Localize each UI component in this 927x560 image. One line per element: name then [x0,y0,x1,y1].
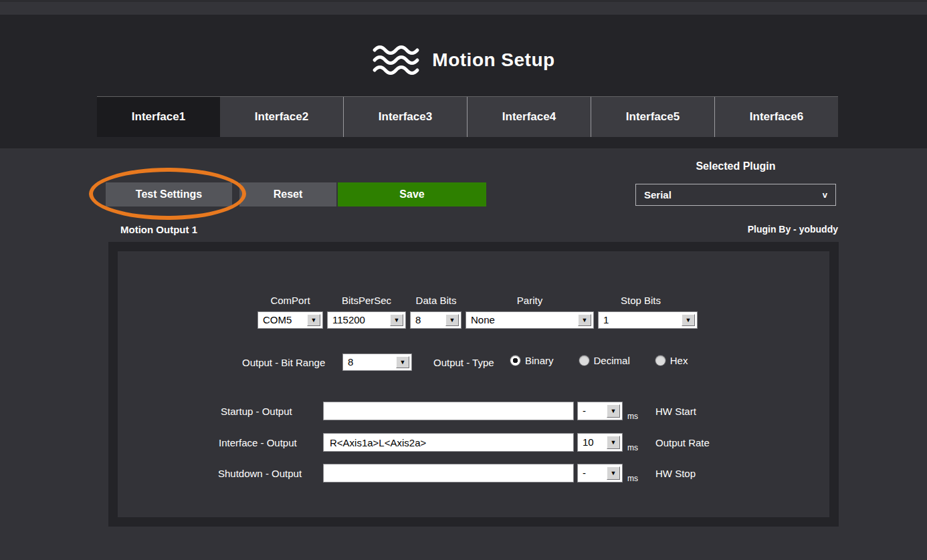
startup-output-label: Startup - Output [221,406,292,417]
shutdown-rate-value: - [583,464,605,482]
interface-rate-select[interactable]: 10 ▼ [577,433,623,452]
reset-button[interactable]: Reset [239,182,336,206]
decimal-radio[interactable] [579,356,589,366]
shutdown-output-input[interactable] [323,464,574,482]
decimal-radio-label: Decimal [594,355,630,366]
binary-radio-label: Binary [525,355,554,366]
bit-range-select[interactable]: 8 ▼ [342,354,412,371]
dropdown-arrow-icon[interactable]: ▼ [607,436,620,449]
startup-rate-value: - [583,402,605,420]
binary-radio[interactable] [510,356,520,366]
parity-select[interactable]: None ▼ [466,311,594,329]
bitspersec-label: BitsPerSec [342,295,391,306]
shutdown-output-label: Shutdown - Output [218,468,302,479]
hex-radio-label: Hex [670,355,688,366]
tab-interface1[interactable]: Interface1 [97,97,220,137]
stopbits-select[interactable]: 1 ▼ [598,311,698,329]
shutdown-ms-label: ms [627,474,638,483]
stopbits-label: Stop Bits [621,295,661,306]
page-title: Motion Setup [432,49,554,71]
plugin-select-value: Serial [644,189,672,200]
bitspersec-value: 115200 [332,312,388,328]
hw-start-label: HW Start [655,406,696,417]
bitspersec-select[interactable]: 115200 ▼ [327,311,406,329]
tab-interface6[interactable]: Interface6 [714,97,838,137]
parity-value: None [471,312,576,328]
interface-ms-label: ms [627,443,638,452]
motion-output-title: Motion Output 1 [120,224,197,235]
chevron-down-icon: v [823,190,827,200]
startup-rate-select[interactable]: - ▼ [577,402,623,420]
plugin-select[interactable]: Serial v [635,184,836,206]
tab-interface2[interactable]: Interface2 [220,97,343,137]
databits-value: 8 [415,312,443,328]
dropdown-arrow-icon[interactable]: ▼ [682,314,695,326]
comport-value: COM5 [263,312,305,328]
dropdown-arrow-icon[interactable]: ▼ [307,314,320,326]
interface-rate-value: 10 [583,434,605,451]
dropdown-arrow-icon[interactable]: ▼ [607,466,620,480]
interface-output-label: Interface - Output [219,437,297,448]
output-type-radio-group: Binary Decimal Hex [510,355,688,366]
dropdown-arrow-icon[interactable]: ▼ [445,314,459,326]
waves-icon [372,43,420,77]
comport-select[interactable]: COM5 ▼ [258,311,323,329]
dropdown-arrow-icon[interactable]: ▼ [396,356,409,368]
test-settings-button[interactable]: Test Settings [106,182,232,206]
save-button[interactable]: Save [338,182,486,206]
shutdown-rate-select[interactable]: - ▼ [577,464,623,482]
databits-select[interactable]: 8 ▼ [410,311,461,329]
hw-stop-label: HW Stop [655,468,696,479]
hex-radio[interactable] [655,356,665,366]
stopbits-value: 1 [603,312,680,328]
bit-range-label: Output - Bit Range [242,357,325,368]
tab-interface4[interactable]: Interface4 [467,97,591,137]
dropdown-arrow-icon[interactable]: ▼ [390,314,403,326]
interface-output-input[interactable] [323,433,574,452]
window-top-strip [0,0,927,15]
dropdown-arrow-icon[interactable]: ▼ [578,314,591,326]
plugin-credit: Plugin By - yobuddy [748,224,838,235]
output-type-label: Output - Type [433,357,494,368]
tab-interface3[interactable]: Interface3 [343,97,467,137]
dropdown-arrow-icon[interactable]: ▼ [607,404,620,418]
bit-range-value: 8 [348,354,394,370]
databits-label: Data Bits [416,295,457,306]
parity-label: Parity [517,295,542,306]
comport-label: ComPort [270,295,310,306]
tab-interface5[interactable]: Interface5 [591,97,714,137]
interface-tabs: Interface1 Interface2 Interface3 Interfa… [97,96,838,137]
motion-output-panel: ComPort BitsPerSec Data Bits Parity Stop… [108,242,839,527]
startup-output-input[interactable] [323,402,574,420]
motion-setup-window: Motion Setup Interface1 Interface2 Inter… [0,0,927,560]
selected-plugin-label: Selected Plugin [635,160,836,172]
output-rate-label: Output Rate [655,437,710,448]
app-header: Motion Setup [0,40,927,80]
startup-ms-label: ms [627,412,638,421]
